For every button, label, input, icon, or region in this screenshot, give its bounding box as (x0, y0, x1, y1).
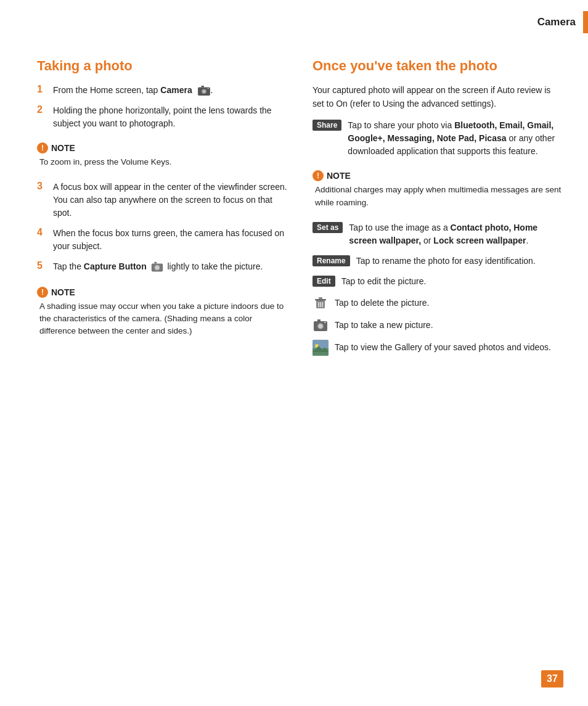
intro-text: Your captured photo will appear on the s… (312, 84, 563, 110)
set-as-badge: Set as (312, 222, 343, 233)
note-text-2: A shading issue may occur when you take … (37, 300, 288, 338)
header-title: Camera (537, 16, 576, 28)
action-new-photo: Tap to take a new picture. (312, 318, 563, 334)
step-number-1: 1 (37, 84, 48, 95)
step-3: 3 A focus box will appear in the center … (37, 181, 288, 220)
new-photo-icon (312, 318, 329, 334)
step-number-2: 2 (37, 104, 48, 115)
action-delete: Tap to delete the picture. (312, 295, 563, 311)
note-label-1: NOTE (51, 143, 75, 153)
step-number-4: 4 (37, 227, 48, 238)
note-header-2: ! NOTE (37, 287, 288, 298)
note-text-1: To zoom in, press the Volume Keys. (37, 156, 288, 168)
header-accent-bar (583, 11, 588, 33)
step-text-4: When the focus box turns green, the came… (53, 227, 288, 253)
step-text-3: A focus box will appear in the center of… (53, 181, 288, 220)
share-badge: Share (312, 120, 341, 131)
gallery-icon (312, 340, 329, 356)
rename-text: Tap to rename the photo for easy identif… (356, 255, 536, 268)
main-content: Taking a photo 1 From the Home screen, t… (0, 33, 588, 387)
delete-text: Tap to delete the picture. (335, 295, 429, 310)
note-icon-2: ! (37, 287, 48, 298)
note-icon-1: ! (37, 142, 48, 154)
action-share: Share Tap to share your photo via Blueto… (312, 119, 563, 158)
svg-rect-10 (315, 299, 326, 301)
action-edit: Edit Tap to edit the picture. (312, 275, 563, 288)
note-box-2: ! NOTE A shading issue may occur when yo… (37, 283, 288, 342)
svg-point-17 (319, 324, 323, 328)
trash-icon (312, 295, 329, 311)
right-column: Once you've taken the photo Your capture… (312, 58, 563, 362)
note-header-right: ! NOTE (312, 170, 563, 181)
svg-rect-3 (201, 86, 204, 88)
step-text-2: Holding the phone horizontally, point th… (53, 104, 288, 130)
set-as-text: Tap to use the image as a Contact photo,… (349, 221, 563, 247)
action-rename: Rename Tap to rename the photo for easy … (312, 255, 563, 268)
svg-rect-4 (207, 88, 209, 89)
svg-rect-8 (154, 261, 157, 263)
left-section-title: Taking a photo (37, 58, 288, 74)
step-5: 5 Tap the Capture Button lightly to take… (37, 260, 288, 274)
note-box-1: ! NOTE To zoom in, press the Volume Keys… (37, 139, 288, 172)
step-number-3: 3 (37, 181, 48, 192)
svg-rect-19 (324, 322, 326, 323)
share-text: Tap to share your photo via Bluetooth, E… (348, 119, 563, 158)
svg-point-7 (155, 265, 158, 269)
note-label-right: NOTE (327, 171, 351, 181)
step-text-1: From the Home screen, tap Camera . (53, 84, 213, 97)
camera-icon (197, 85, 211, 96)
note-text-right: Additional charges may apply when multim… (312, 184, 563, 209)
svg-rect-11 (319, 297, 322, 299)
action-set-as: Set as Tap to use the image as a Contact… (312, 221, 563, 247)
step-2: 2 Holding the phone horizontally, point … (37, 104, 288, 130)
note-icon-right: ! (312, 170, 324, 181)
page-header: Camera (0, 0, 588, 33)
new-photo-text: Tap to take a new picture. (335, 318, 433, 332)
step-text-5: Tap the Capture Button lightly to take t… (53, 260, 263, 274)
edit-text: Tap to edit the picture. (341, 275, 427, 288)
gallery-text: Tap to view the Gallery of your saved ph… (335, 340, 551, 354)
svg-point-2 (202, 90, 205, 93)
step-1: 1 From the Home screen, tap Camera . (37, 84, 288, 97)
note-header-1: ! NOTE (37, 142, 288, 154)
right-section-title: Once you've taken the photo (312, 58, 563, 74)
svg-rect-18 (317, 319, 321, 321)
edit-badge: Edit (312, 276, 335, 287)
left-column: Taking a photo 1 From the Home screen, t… (37, 58, 288, 362)
footer: 37 (541, 670, 563, 688)
action-gallery: Tap to view the Gallery of your saved ph… (312, 340, 563, 356)
step-number-5: 5 (37, 260, 48, 271)
step-4: 4 When the focus box turns green, the ca… (37, 227, 288, 253)
capture-button-icon (150, 261, 164, 274)
rename-badge: Rename (312, 255, 350, 266)
page-number: 37 (541, 670, 563, 688)
note-label-2: NOTE (51, 287, 75, 297)
note-box-right: ! NOTE Additional charges may apply when… (312, 166, 563, 213)
